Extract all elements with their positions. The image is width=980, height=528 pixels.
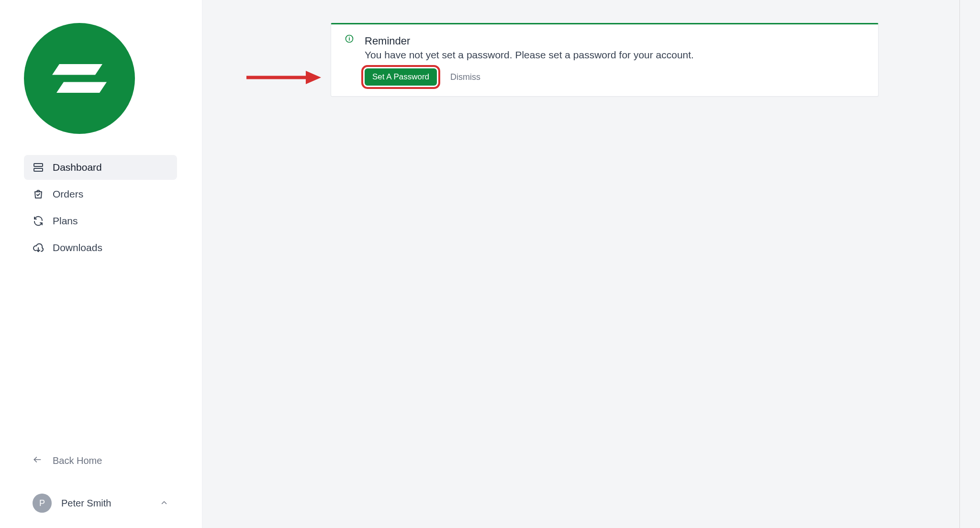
svg-marker-9 — [306, 71, 321, 84]
avatar-initial: P — [39, 498, 45, 508]
sidebar-item-orders[interactable]: Orders — [24, 182, 177, 207]
svg-rect-2 — [34, 164, 43, 166]
info-icon — [345, 34, 354, 44]
app-root: Dashboard Orders Plans Downloads — [0, 0, 980, 528]
set-password-button[interactable]: Set A Password — [365, 68, 437, 86]
arrow-left-icon — [33, 455, 42, 467]
dashboard-icon — [33, 162, 44, 173]
back-home-link[interactable]: Back Home — [24, 448, 177, 473]
user-name: Peter Smith — [61, 498, 111, 509]
page-divider — [959, 0, 960, 528]
refresh-icon — [33, 215, 44, 227]
svg-rect-3 — [34, 168, 43, 171]
notice-actions: Set A Password Dismiss — [365, 68, 866, 86]
sidebar: Dashboard Orders Plans Downloads — [0, 0, 202, 528]
notice-message: You have not yet set a password. Please … — [365, 49, 866, 61]
sidebar-item-label: Plans — [53, 215, 78, 227]
user-left: P Peter Smith — [33, 494, 111, 513]
dismiss-link[interactable]: Dismiss — [450, 72, 480, 82]
main-content: Reminder You have not yet set a password… — [202, 0, 980, 528]
sidebar-spacer — [0, 260, 202, 448]
logo-wrap — [0, 23, 202, 155]
notice-title: Reminder — [365, 35, 866, 47]
svg-point-7 — [349, 36, 350, 37]
sidebar-item-downloads[interactable]: Downloads — [24, 235, 177, 260]
user-menu[interactable]: P Peter Smith — [24, 485, 177, 513]
bag-icon — [33, 188, 44, 200]
avatar: P — [33, 494, 52, 513]
sidebar-item-dashboard[interactable]: Dashboard — [24, 155, 177, 180]
svg-marker-1 — [56, 82, 107, 93]
sidebar-item-plans[interactable]: Plans — [24, 209, 177, 233]
svg-marker-0 — [52, 64, 102, 75]
back-home-label: Back Home — [53, 455, 102, 466]
sidebar-item-label: Dashboard — [53, 162, 102, 173]
brand-logo-mark — [44, 43, 115, 114]
notice-body: Reminder You have not yet set a password… — [344, 35, 866, 86]
sidebar-nav: Dashboard Orders Plans Downloads — [0, 155, 202, 260]
sidebar-item-label: Orders — [53, 188, 83, 200]
reminder-notice: Reminder You have not yet set a password… — [331, 23, 879, 97]
cloud-download-icon — [33, 242, 44, 253]
chevron-up-icon — [160, 498, 168, 508]
annotation-arrow — [245, 69, 321, 86]
brand-logo — [24, 23, 135, 134]
sidebar-item-label: Downloads — [53, 242, 102, 253]
